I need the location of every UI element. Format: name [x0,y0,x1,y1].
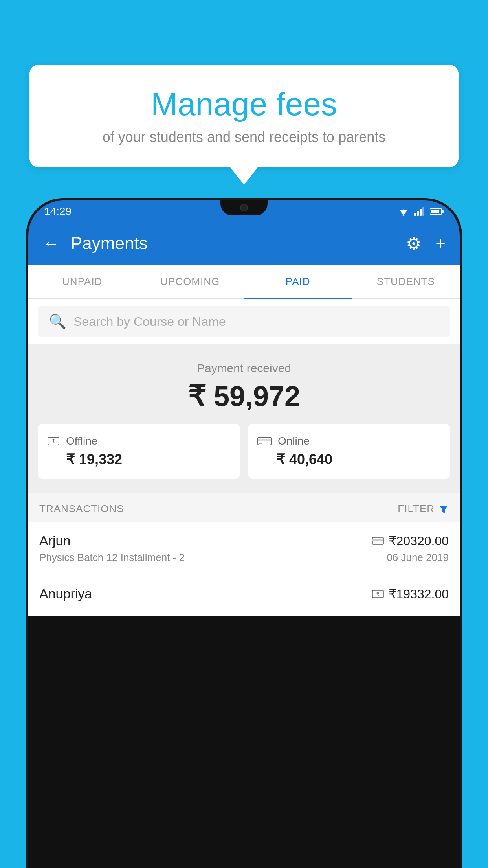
add-button[interactable]: + [435,234,446,253]
svg-rect-4 [414,213,416,216]
transaction-row-bottom: Physics Batch 12 Installment - 2 06 June… [39,552,449,564]
transaction-name: Arjun [39,533,70,548]
battery-icon [430,208,444,215]
tab-upcoming[interactable]: UPCOMING [136,265,244,298]
svg-marker-16 [439,506,448,513]
wifi-icon [398,207,409,216]
search-icon: 🔍 [49,313,66,330]
svg-text:₹: ₹ [51,438,55,445]
offline-icon: ₹ [47,435,60,447]
phone-content: 🔍 Search by Course or Name Payment recei… [28,299,460,616]
offline-card-amount: ₹ 19,332 [66,451,231,468]
svg-rect-14 [258,439,271,441]
svg-rect-7 [422,207,424,216]
payment-type-icon: ₹ [372,590,384,598]
tab-unpaid[interactable]: UNPAID [28,265,136,298]
online-payment-card: Online ₹ 40,640 [248,424,450,479]
speech-bubble-card: Manage fees of your students and send re… [29,65,459,167]
tab-paid[interactable]: PAID [244,265,352,298]
offline-card-header: ₹ Offline [47,435,231,447]
back-button[interactable]: ← [42,234,60,253]
tabs-bar: UNPAID UPCOMING PAID STUDENTS [28,265,460,299]
status-time: 14:29 [44,205,72,218]
payment-received-label: Payment received [38,362,450,375]
transaction-list: Arjun ₹20320.00 Physics Batch 12 Install… [28,522,460,616]
online-card-type: Online [278,435,310,447]
payment-summary: Payment received ₹ 59,972 ₹ Offline ₹ 19… [28,344,460,493]
svg-rect-15 [259,443,262,444]
online-icon [257,436,272,447]
online-card-header: Online [257,435,441,447]
transactions-header: TRANSACTIONS FILTER [28,493,460,522]
phone-notch [220,200,268,215]
transactions-label: TRANSACTIONS [39,503,124,515]
payment-type-icon [372,537,384,545]
svg-rect-18 [372,539,383,541]
filter-label: FILTER [398,503,435,515]
page-title: Payments [71,234,395,253]
svg-text:₹: ₹ [376,592,380,597]
svg-point-3 [403,214,405,216]
filter-button[interactable]: FILTER [398,503,449,515]
svg-rect-9 [431,210,439,213]
filter-icon [438,504,449,514]
transaction-course: Physics Batch 12 Installment - 2 [39,552,185,564]
table-row[interactable]: Anupriya ₹ ₹19332.00 [28,575,460,616]
bubble-subtitle: of your students and send receipts to pa… [53,129,435,145]
signal-icon [414,207,425,216]
table-row[interactable]: Arjun ₹20320.00 Physics Batch 12 Install… [28,522,460,575]
phone-frame: 14:29 ← Pa [28,200,460,868]
app-bar: ← Payments ⚙ + [28,222,460,265]
payment-total-amount: ₹ 59,972 [38,380,450,413]
settings-button[interactable]: ⚙ [406,234,421,254]
svg-rect-6 [420,209,422,216]
svg-rect-5 [417,211,419,216]
search-input[interactable]: Search by Course or Name [73,314,226,329]
svg-rect-10 [442,210,444,213]
transaction-amount: ₹19332.00 [389,587,449,601]
notch-camera [240,204,248,211]
transaction-date: 06 June 2019 [387,552,449,564]
transaction-row-top: Arjun ₹20320.00 [39,533,449,548]
transaction-row-top: Anupriya ₹ ₹19332.00 [39,586,449,601]
transaction-amount-wrapper: ₹20320.00 [372,533,449,548]
transaction-amount-wrapper: ₹ ₹19332.00 [372,587,449,601]
payment-cards: ₹ Offline ₹ 19,332 O [38,424,450,479]
bubble-title: Manage fees [53,86,435,122]
offline-payment-card: ₹ Offline ₹ 19,332 [38,424,240,479]
search-bar-container: 🔍 Search by Course or Name [28,299,460,344]
status-icons [398,207,444,216]
transaction-name: Anupriya [39,586,92,601]
search-bar[interactable]: 🔍 Search by Course or Name [38,306,450,337]
online-card-amount: ₹ 40,640 [276,451,441,468]
offline-card-type: Offline [66,435,97,447]
transaction-amount: ₹20320.00 [389,533,449,548]
tab-students[interactable]: STUDENTS [352,265,460,298]
app-bar-actions: ⚙ + [406,234,446,254]
